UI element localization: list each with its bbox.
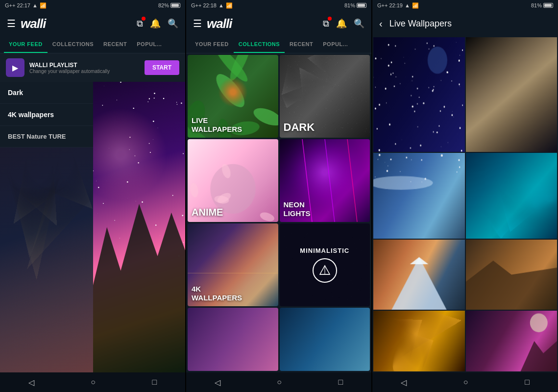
wallpaper-grid-3 (372, 36, 558, 372)
back-button-3[interactable]: ‹ (379, 18, 383, 29)
battery-label-1: 82% (158, 2, 169, 8)
recent-icon-3[interactable]: □ (525, 378, 530, 387)
card-partial-right[interactable] (280, 308, 370, 371)
card-partial-right-canvas (280, 308, 370, 371)
status-left-1: G++ 22:17 ▲ 📶 (5, 2, 47, 9)
tab-popular-1[interactable]: POPUL... (132, 36, 167, 53)
bottom-nav-3: ◁ ○ □ (372, 372, 558, 392)
bell-icon-1[interactable]: 🔔 (150, 18, 161, 29)
battery-icon-1 (170, 3, 180, 8)
status-left-3: G++ 22:19 ▲ 📶 (377, 2, 419, 9)
collections-grid-2: LIVEWALLPAPERS DARK ANIME NEONLIGHTS 4KW… (186, 53, 371, 372)
wp3-8[interactable] (466, 311, 558, 371)
wp3-4[interactable] (466, 153, 558, 239)
tab-your-feed-2[interactable]: YOUR FEED (190, 36, 234, 53)
nav-icons-1: ⧉ 🔔 🔍 (137, 18, 178, 29)
tab-popular-2[interactable]: POPUL... (318, 36, 353, 53)
mini-circle-icon (313, 258, 337, 283)
card-partial-left-canvas (188, 308, 278, 371)
signal-icon-1: ▲ (32, 2, 38, 8)
playlist-title: WALLI PLAYLIST (29, 62, 140, 69)
signal-icon-3: ▲ (405, 2, 410, 8)
recent-icon-1[interactable]: □ (152, 378, 157, 387)
wp3-canvas-8 (466, 311, 558, 371)
card-minimalistic[interactable]: MINIMALISTIC (280, 223, 370, 306)
back-icon-3[interactable]: ◁ (401, 378, 407, 387)
collection-dark[interactable]: Dark (0, 82, 93, 104)
logo-1: walli (21, 16, 137, 31)
logo-2: walli (207, 16, 323, 31)
menu-icon-1[interactable]: ☰ (7, 18, 16, 29)
search-icon-1[interactable]: 🔍 (168, 18, 178, 29)
start-button[interactable]: START (145, 60, 179, 75)
tabs-2: YOUR FEED COLLECTIONS RECENT POPUL... (186, 36, 371, 53)
recent-icon-2[interactable]: □ (339, 378, 343, 387)
tab-recent-2[interactable]: RECENT (285, 36, 318, 53)
panel-2: G++ 22:18 ▲ 📶 81% ☰ walli ⧉ 🔔 🔍 YOUR FEE… (186, 0, 372, 392)
card-anime[interactable]: ANIME (188, 139, 278, 222)
wp3-1[interactable] (373, 37, 465, 152)
panel3-header: ‹ Live Wallpapers (372, 11, 558, 36)
panel3-title: Live Wallpapers (389, 19, 452, 29)
wp3-7[interactable] (373, 311, 465, 371)
card-live-wallpapers[interactable]: LIVEWALLPAPERS (188, 55, 278, 138)
battery-icon-3 (543, 3, 553, 8)
home-icon-1[interactable]: ○ (91, 378, 96, 387)
bell-icon-2[interactable]: 🔔 (336, 18, 347, 29)
status-right-3: 81% (531, 2, 553, 8)
back-icon-1[interactable]: ◁ (28, 378, 34, 387)
tab-collections-2[interactable]: COLLECTIONS (234, 36, 285, 53)
search-icon-2[interactable]: 🔍 (354, 18, 364, 29)
wp3-canvas-3 (373, 153, 465, 239)
back-icon-2[interactable]: ◁ (215, 378, 220, 387)
card-neon-label: NEONLIGHTS (280, 196, 315, 222)
tab-collections-1[interactable]: COLLECTIONS (48, 36, 98, 53)
tab-your-feed-1[interactable]: YOUR FEED (4, 36, 48, 53)
main-content-1: Dark 4K wallpapers BEST Nature TURE (0, 82, 185, 372)
time-3: G++ 22:19 (377, 2, 403, 8)
card-live-label: LIVEWALLPAPERS (188, 112, 246, 138)
bottom-nav-1: ◁ ○ □ (0, 372, 185, 392)
wifi-icon-1: 📶 (40, 2, 47, 9)
home-icon-3[interactable]: ○ (463, 378, 468, 387)
collection-4k[interactable]: 4K wallpapers (0, 104, 93, 126)
battery-icon-2 (357, 3, 366, 8)
playlist-subtitle: Change your wallpaper automatically (29, 69, 140, 74)
panel-3: G++ 22:19 ▲ 📶 81% ‹ Live Wallpapers ◁ ○ … (372, 0, 558, 392)
card-anime-label: ANIME (188, 202, 227, 222)
home-icon-2[interactable]: ○ (277, 378, 282, 387)
wp3-3[interactable] (373, 153, 465, 239)
battery-label-2: 81% (344, 2, 355, 8)
collection-list-1: Dark 4K wallpapers BEST Nature TURE (0, 82, 93, 372)
card-dark[interactable]: DARK (280, 55, 370, 138)
status-right-1: 82% (158, 2, 180, 8)
wallpaper-col2 (93, 82, 185, 372)
status-left-2: G++ 22:18 ▲ 📶 (191, 2, 233, 9)
wp3-5[interactable] (373, 240, 465, 310)
status-bar-3: G++ 22:19 ▲ 📶 81% (372, 0, 558, 11)
menu-icon-2[interactable]: ☰ (193, 18, 202, 29)
wp3-6[interactable] (466, 240, 558, 310)
status-bar-1: G++ 22:17 ▲ 📶 82% (0, 0, 185, 11)
wifi-icon-3: 📶 (412, 2, 419, 9)
card-mini-label: MINIMALISTIC (300, 247, 349, 254)
wallpaper-col1-thumb1 (0, 147, 93, 372)
time-2: G++ 22:18 (191, 2, 217, 8)
bottom-nav-2: ◁ ○ □ (186, 372, 371, 392)
nav-icons-2: ⧉ 🔔 🔍 (323, 18, 364, 29)
card-partial-left[interactable] (188, 308, 278, 371)
panel-1: G++ 22:17 ▲ 📶 82% ☰ walli ⧉ 🔔 🔍 YOUR FEE… (0, 0, 186, 392)
tab-recent-1[interactable]: RECENT (98, 36, 132, 53)
signal-icon-2: ▲ (218, 2, 224, 8)
status-right-2: 81% (344, 2, 366, 8)
card-neon[interactable]: NEONLIGHTS (280, 139, 370, 222)
card-dark-label: DARK (280, 117, 319, 138)
card-4k[interactable]: 4KWALLPAPERS (188, 223, 278, 306)
layers-icon-2[interactable]: ⧉ (323, 19, 329, 29)
wp3-2[interactable] (466, 37, 558, 152)
playlist-banner: ▶ WALLI PLAYLIST Change your wallpaper a… (0, 53, 185, 82)
layers-icon-1[interactable]: ⧉ (137, 19, 143, 29)
wifi-icon-2: 📶 (226, 2, 233, 9)
collection-nature[interactable]: BEST Nature TURE (0, 126, 93, 147)
wp3-canvas-6 (466, 240, 558, 310)
